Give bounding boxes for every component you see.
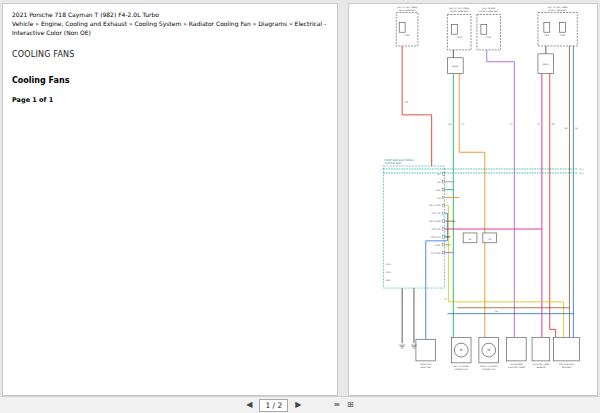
diagram-label: LEFT FUSE BOX <box>399 9 416 12</box>
diagram-label: FUSE <box>544 34 550 37</box>
page-count-label: Page 1 of 1 <box>12 96 328 104</box>
document-page-left: 2021 Porsche 718 Cayman T (982) F4-2.0L … <box>2 3 338 396</box>
page-indicator[interactable]: 1 / 2 <box>259 399 288 412</box>
fuse[interactable] <box>451 24 457 34</box>
wire <box>444 205 563 337</box>
wire <box>487 50 515 337</box>
diagram-label: GN <box>448 123 452 126</box>
document-page-right: MMHOT AT ALL TIMESLEFT FUSE BOXHOT AT AL… <box>348 3 598 396</box>
diagram-label: FUSE <box>457 36 463 39</box>
diagram-label: CONTROL UNIT <box>384 162 402 165</box>
diagram-label: CAN H <box>385 263 392 266</box>
radiator-shutter[interactable] <box>416 339 436 361</box>
diagram-label: LEFT COOLINGFAN MOTOR <box>453 365 469 371</box>
section-heading: COOLING FANS <box>12 50 328 59</box>
wire <box>402 46 432 166</box>
diagram-label: OG <box>461 123 465 126</box>
diagram-label: IGN <box>437 181 441 184</box>
diagram-label: COOLANT TEMPSENSOR <box>532 363 550 369</box>
prev-page-button[interactable]: ◀ <box>246 401 252 409</box>
diagram-label: LIN 1 <box>579 168 585 170</box>
diagram-label: RD <box>405 101 408 103</box>
fuse[interactable] <box>560 22 566 32</box>
pin <box>442 181 444 183</box>
diagram-label: BN <box>565 127 568 129</box>
diagram-label: FRONT FUSE BOX <box>450 10 469 13</box>
diagram-label: CAN L <box>385 271 392 274</box>
pin <box>442 244 444 246</box>
fit-page-icon[interactable]: ⊞ <box>347 401 354 409</box>
diagram-label: RD <box>552 123 555 125</box>
ground-symbol <box>399 345 405 348</box>
diagram-viewer: 2021 Porsche 718 Cayman T (982) F4-2.0L … <box>0 0 600 413</box>
diagram-label: TEMP SIG <box>431 236 441 239</box>
thumbnails-icon[interactable]: ≡ <box>333 401 340 409</box>
diagram-label: VT <box>510 123 513 125</box>
fuse-box-front-2[interactable] <box>477 14 501 49</box>
next-page-button[interactable]: ▶ <box>295 401 301 409</box>
pin <box>442 228 444 230</box>
diagram-label: LIN 2 <box>579 172 585 174</box>
diagram-label: RIGHT FUSE BOX <box>549 9 568 12</box>
pin <box>442 204 444 206</box>
document-title: Cooling Fans <box>12 76 328 85</box>
wire <box>426 213 448 339</box>
pin <box>442 236 444 238</box>
fuse[interactable] <box>544 22 550 32</box>
vehicle-title: 2021 Porsche 718 Cayman T (982) F4-2.0L … <box>12 11 328 18</box>
diagram-label: RIGHT COOLINGFAN MOTOR <box>480 365 498 371</box>
diagram-label: BU <box>575 127 578 130</box>
diagram-label: PK <box>537 123 540 125</box>
motor-label: M <box>460 348 463 352</box>
viewer-toolbar: ◀ 1 / 2 ▶ ≡ ⊞ <box>0 396 600 413</box>
diagram-label: PUMP <box>435 244 441 247</box>
diagram-label: DIAG <box>385 279 391 282</box>
fan-control-module[interactable] <box>554 337 580 361</box>
diagram-label: BU <box>495 310 498 313</box>
wire <box>459 74 485 338</box>
wiring-diagram[interactable]: MMHOT AT ALL TIMESLEFT FUSE BOXHOT AT AL… <box>349 4 597 395</box>
fuse[interactable] <box>481 24 487 34</box>
pin <box>442 251 444 253</box>
pin <box>442 212 444 214</box>
diagram-label: FAN 2 PWM <box>429 220 441 222</box>
diagram-label: YE <box>444 298 447 300</box>
pin <box>442 188 444 190</box>
fuse[interactable] <box>399 22 405 32</box>
diagram-label: SHUTTER <box>431 252 441 255</box>
pin <box>442 196 444 198</box>
coolant-temp-sensor[interactable] <box>532 337 550 361</box>
diagram-label: FUSE <box>486 36 492 39</box>
pin <box>442 173 444 175</box>
diagram-label: FAN 1 FB <box>431 212 441 214</box>
coolant-pump[interactable] <box>506 337 526 361</box>
diagram-label: RELAY <box>452 65 459 67</box>
diagram-label: GND <box>436 189 441 192</box>
diagram-label: LIN <box>437 197 441 199</box>
motor-label: M <box>487 348 490 352</box>
diagram-label: AFTER-RUNCOOLANT PUMP <box>508 363 526 369</box>
diagram-label: RELAY <box>543 63 550 65</box>
diagram-label: FRONT FUSE BOX <box>479 10 498 13</box>
diagram-label: FAN 1 PWM <box>429 204 441 206</box>
diagram-label: FAN CONTROLMODULE <box>559 363 575 369</box>
diagram-label: B+ <box>437 173 440 175</box>
pin <box>442 220 444 222</box>
breadcrumb: Vehicle » Engine, Cooling and Exhaust » … <box>12 20 328 37</box>
diagram-label: FAN 2 FB <box>431 228 441 230</box>
diagram-label: RADIATORSHUTTER <box>420 363 432 369</box>
fuse-box-front-1[interactable] <box>447 14 471 49</box>
wire <box>550 74 556 338</box>
diagram-label: FUSE <box>560 34 566 37</box>
diagram-label: FUSE <box>405 34 411 37</box>
